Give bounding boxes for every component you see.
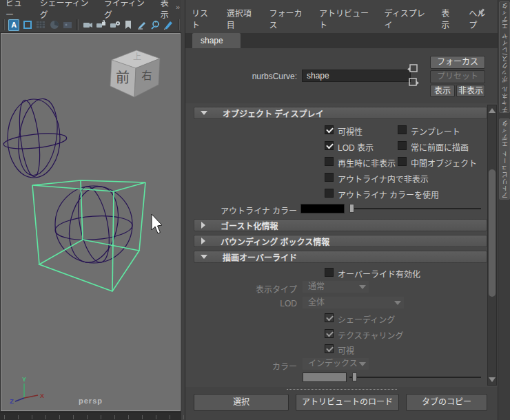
viewport-menubar: ビュー シェーディング ライティング 表示 » [0, 0, 181, 17]
section-ghosting-info[interactable]: ゴースト化情報 [194, 219, 487, 231]
checkbox-hide-in-outliner[interactable] [325, 173, 334, 182]
copy-tab-button[interactable]: タブのコピー [406, 394, 487, 411]
section-title: 描画オーバーライド [223, 251, 297, 263]
scroll-down-icon[interactable] [489, 377, 496, 382]
grid-icon[interactable] [35, 19, 47, 31]
section-title: ゴースト化情報 [221, 220, 278, 231]
checkbox-use-outliner-color[interactable] [325, 189, 334, 198]
bookmark-icon[interactable] [123, 19, 134, 31]
checkbox-label: 可視 [338, 344, 354, 356]
tab-channel-box-layer-editor[interactable]: チャネル ボックス/レイヤ エディタ [499, 1, 510, 113]
scrollbar-thumb[interactable] [489, 169, 496, 297]
color-mode-value: インデックス [308, 359, 358, 368]
hide-button[interactable]: 非表示 [456, 85, 485, 97]
override-color-swatch[interactable] [303, 372, 347, 382]
vertical-scrollbar[interactable] [487, 105, 497, 386]
checkbox-texturing[interactable] [325, 329, 334, 338]
tab-attribute-editor[interactable]: アトリビュート エディタ [499, 118, 510, 200]
view-cube[interactable]: 前 右 上 [110, 50, 160, 97]
chevron-down-icon [359, 362, 366, 366]
menu-selected[interactable]: 選択項目 [221, 7, 263, 30]
section-title: オブジェクト ディスプレイ [223, 107, 324, 119]
menubar-overflow-icon[interactable]: » [176, 3, 180, 11]
expand-arrow-icon [201, 238, 205, 244]
camera-name-label: persp [1, 397, 180, 405]
viewport-toolbar: A [0, 17, 181, 33]
wireframe-sphere-1 [3, 96, 68, 178]
override-color-slider-track[interactable] [349, 377, 481, 378]
lod-value: 全体 [308, 297, 325, 307]
attribute-a-icon[interactable]: A [8, 19, 20, 31]
show-button[interactable]: 表示 [430, 85, 455, 97]
checkbox-visibility[interactable] [325, 125, 334, 134]
select-button[interactable]: 選択 [194, 394, 289, 411]
collapse-arrow-icon [201, 111, 207, 115]
section-title: バウンディング ボックス情報 [221, 235, 329, 247]
output-connections-icon[interactable] [407, 76, 420, 87]
section-bounding-box-info[interactable]: バウンディング ボックス情報 [194, 235, 487, 247]
scroll-up-icon[interactable] [489, 108, 496, 113]
color-mode-dropdown[interactable]: インデックス [303, 358, 369, 370]
checkbox-template[interactable] [398, 125, 407, 134]
checkbox-label: テクスチャリング [338, 329, 404, 341]
toolbar-separator [178, 19, 180, 30]
checkbox-intermediate-object[interactable] [398, 157, 407, 166]
pencil-icon[interactable] [163, 19, 174, 31]
override-color-label: カラー [185, 360, 297, 372]
checkbox-lod-visibility[interactable] [325, 141, 334, 150]
display-type-value: 通常 [308, 282, 325, 291]
viewport-panel: ビュー シェーディング ライティング 表示 » A [0, 0, 181, 420]
lod-label: LOD [185, 299, 297, 308]
attribute-editor-panel: リスト 選択項目 フォーカス アトリビュート ディスプレイ 表示 ヘルプ sha… [185, 0, 498, 420]
camera-icon[interactable] [82, 19, 94, 31]
resize-grip[interactable] [287, 389, 397, 390]
checkbox-label: テンプレート [411, 125, 460, 137]
checkbox-visible[interactable] [325, 344, 334, 353]
menu-attributes[interactable]: アトリビュート [313, 7, 378, 30]
lod-dropdown[interactable]: 全体 [303, 297, 404, 308]
override-color-slider-handle[interactable] [352, 372, 357, 381]
checkbox-label: シェーディング [338, 313, 395, 325]
checkbox-hide-on-playback[interactable] [325, 157, 334, 166]
viewcube-right-label: 右 [141, 70, 152, 81]
grease-pencil-icon[interactable] [136, 19, 147, 31]
node-type-label: nurbsCurve: [185, 72, 297, 81]
pin-icon[interactable] [476, 7, 487, 18]
chevron-down-icon [359, 285, 366, 289]
section-drawing-overrides[interactable]: 描画オーバーライド [194, 251, 487, 263]
tab-shape[interactable]: shape [192, 33, 241, 48]
checkbox-label: 中間オブジェクト [411, 157, 477, 169]
checkbox-label: 常に前面に描画 [411, 141, 469, 153]
outliner-color-slider-handle[interactable] [349, 204, 354, 213]
section-object-display[interactable]: オブジェクト ディスプレイ [194, 107, 487, 119]
menu-list[interactable]: リスト [185, 7, 221, 30]
toolbar-separator [76, 19, 79, 30]
expand-arrow-icon [201, 222, 205, 229]
menu-show[interactable]: 表示 [435, 7, 462, 30]
menu-focus[interactable]: フォーカス [263, 7, 313, 30]
image-plane-icon[interactable] [62, 19, 74, 31]
toolbar-separator [3, 19, 5, 30]
display-type-dropdown[interactable]: 通常 [303, 281, 369, 293]
checkbox-enable-overrides[interactable] [325, 268, 334, 277]
viewcube-top-label: 上 [133, 52, 141, 62]
outliner-color-slider-track[interactable] [349, 208, 481, 209]
checkbox-shading[interactable] [325, 313, 334, 322]
pie-chart-icon[interactable] [48, 19, 60, 31]
presets-button[interactable]: プリセット [430, 70, 485, 83]
input-connections-icon[interactable] [407, 63, 420, 74]
time-slider[interactable] [0, 412, 181, 420]
checkbox-draw-on-top[interactable] [398, 141, 407, 150]
focus-button[interactable]: フォーカス [430, 56, 485, 69]
menu-display[interactable]: ディスプレイ [378, 7, 436, 30]
node-name-field[interactable]: shape [302, 70, 411, 82]
axis-y-label: Y [22, 376, 26, 383]
camera-lock-icon[interactable] [96, 19, 108, 31]
zoom-select-icon[interactable] [150, 19, 161, 31]
camera-settings-icon[interactable] [109, 19, 121, 31]
load-attributes-button[interactable]: アトリビュートのロード [296, 394, 399, 411]
outliner-color-swatch[interactable] [300, 204, 345, 213]
3d-viewport[interactable]: 前 右 上 Y X Z persp [1, 33, 181, 411]
wireframe-sphere-2 [54, 182, 133, 267]
frame-selection-icon[interactable] [21, 19, 33, 31]
